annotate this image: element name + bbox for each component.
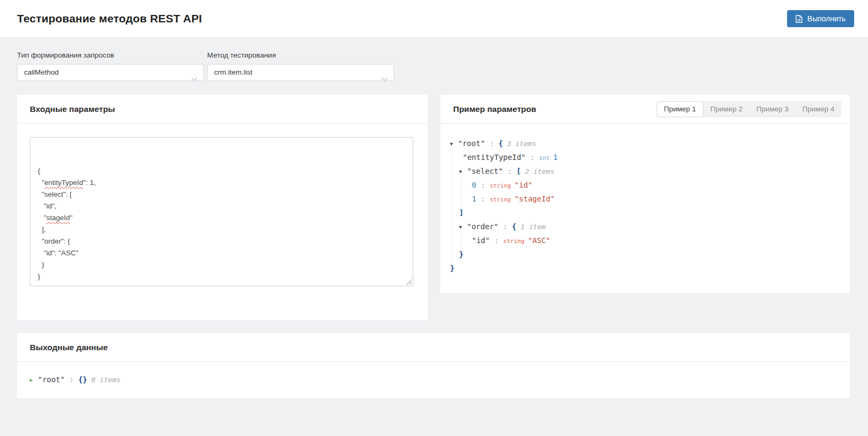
json-tree-row: ▼"root" : { 3 items bbox=[450, 136, 837, 150]
collapse-arrow-icon[interactable]: ▼ bbox=[459, 165, 467, 179]
editor-line: } bbox=[38, 271, 405, 282]
tab-example-4[interactable]: Пример 4 bbox=[796, 101, 841, 117]
execute-button[interactable]: Выполнить bbox=[787, 10, 854, 27]
test-method-select-value: crm.item.list bbox=[214, 68, 252, 76]
editor-line: "id", bbox=[38, 200, 405, 212]
editor-line: { bbox=[38, 165, 405, 177]
parameters-row: Входные параметры { "entityTypeId": 1, "… bbox=[17, 95, 850, 320]
output-data-title: Выходные данные bbox=[30, 343, 108, 352]
example-parameters-header: Пример параметров Пример 1Пример 2Пример… bbox=[440, 95, 850, 124]
editor-line: "order": { bbox=[38, 236, 405, 247]
json-tree-row: } bbox=[450, 261, 837, 275]
input-parameters-body: { "entityTypeId": 1, "select": [ "id", "… bbox=[17, 124, 428, 320]
test-method-select[interactable]: crm.item.list bbox=[207, 64, 394, 81]
request-type-select[interactable]: callMethod bbox=[17, 64, 204, 81]
example-parameters-panel: Пример параметров Пример 1Пример 2Пример… bbox=[440, 95, 850, 293]
input-json-editor[interactable]: { "entityTypeId": 1, "select": [ "id", "… bbox=[30, 137, 413, 286]
top-bar: Тестирование методов REST API Выполнить bbox=[0, 0, 868, 38]
json-tree-row: "entityTypeId" : int 1 bbox=[459, 150, 837, 164]
test-method-field: Метод тестирования crm.item.list bbox=[207, 51, 394, 81]
example-parameters-title: Пример параметров bbox=[453, 104, 536, 114]
tab-example-3[interactable]: Пример 3 bbox=[749, 101, 795, 117]
json-tree-children: 0 : string "id"1 : string "stageId" bbox=[461, 178, 837, 206]
page-content: Тип формирования запросов callMethod Мет… bbox=[0, 38, 868, 398]
request-settings-row: Тип формирования запросов callMethod Мет… bbox=[17, 51, 850, 81]
editor-line: "select": [ bbox=[38, 189, 405, 200]
input-parameters-header: Входные параметры bbox=[17, 95, 428, 124]
request-type-field: Тип формирования запросов callMethod bbox=[17, 51, 204, 81]
json-tree-row: ▼"order" : { 1 item bbox=[459, 220, 837, 233]
json-tree-row: ] bbox=[459, 206, 837, 220]
json-tree-row: } bbox=[459, 247, 837, 261]
chevron-down-icon bbox=[191, 71, 198, 81]
editor-line: ], bbox=[38, 224, 405, 236]
request-type-label: Тип формирования запросов bbox=[17, 51, 204, 59]
tab-example-1[interactable]: Пример 1 bbox=[657, 101, 703, 117]
json-tree-row: ▼"select" : [ 2 items bbox=[459, 164, 837, 178]
example-tabs: Пример 1Пример 2Пример 3Пример 4 bbox=[657, 101, 841, 117]
execute-button-label: Выполнить bbox=[807, 14, 846, 23]
json-tree-row: 0 : string "id" bbox=[468, 178, 837, 192]
document-icon bbox=[796, 15, 803, 23]
resize-grip-icon[interactable] bbox=[406, 279, 412, 285]
editor-line: "stageId" bbox=[38, 212, 405, 224]
output-data-panel: Выходные данные ▶"root" : {} 0 items bbox=[17, 333, 850, 398]
request-type-select-value: callMethod bbox=[24, 68, 59, 76]
output-json-tree: ▶"root" : {} 0 items bbox=[17, 362, 850, 398]
example-json-tree: ▼"root" : { 3 items"entityTypeId" : int … bbox=[440, 124, 850, 293]
editor-line: "entityTypeId": 1, bbox=[38, 177, 405, 189]
editor-line: } bbox=[38, 259, 405, 271]
input-parameters-panel: Входные параметры { "entityTypeId": 1, "… bbox=[17, 95, 428, 320]
editor-line: "id": "ASC" bbox=[38, 247, 405, 259]
output-data-header: Выходные данные bbox=[17, 333, 850, 362]
json-tree-children: "id" : string "ASC" bbox=[461, 233, 837, 247]
chevron-down-icon bbox=[381, 71, 388, 81]
test-method-label: Метод тестирования bbox=[207, 51, 394, 59]
json-tree-row: ▶"root" : {} 0 items bbox=[30, 373, 837, 386]
tab-example-2[interactable]: Пример 2 bbox=[703, 101, 749, 117]
json-tree-row: "id" : string "ASC" bbox=[468, 233, 837, 247]
collapse-arrow-icon[interactable]: ▼ bbox=[450, 137, 458, 151]
json-tree-row: 1 : string "stageId" bbox=[468, 192, 837, 206]
page-title: Тестирование методов REST API bbox=[17, 12, 202, 25]
json-tree-children: "entityTypeId" : int 1▼"select" : [ 2 it… bbox=[452, 150, 837, 261]
input-json-editor-lines: { "entityTypeId": 1, "select": [ "id", "… bbox=[38, 165, 405, 282]
collapse-arrow-icon[interactable]: ▼ bbox=[459, 220, 467, 234]
input-parameters-title: Входные параметры bbox=[30, 104, 115, 114]
expand-arrow-icon[interactable]: ▶ bbox=[30, 373, 38, 387]
